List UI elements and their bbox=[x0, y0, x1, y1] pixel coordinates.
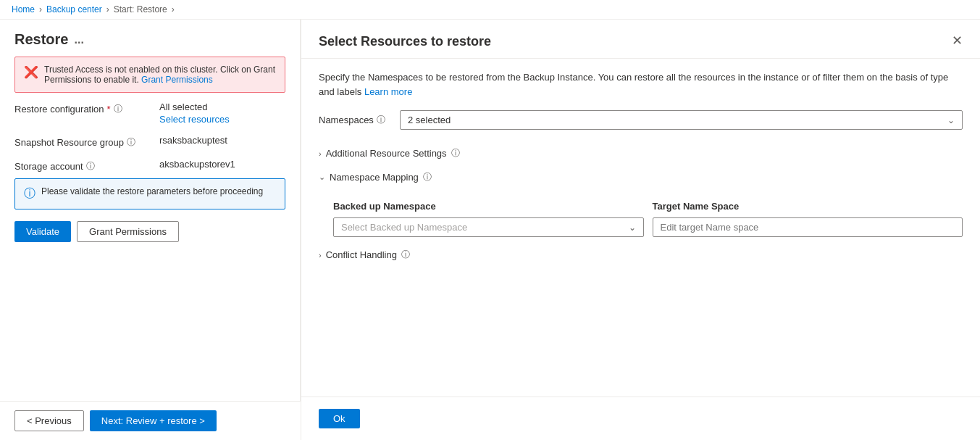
info-banner-text: Please validate the restore parameters b… bbox=[41, 186, 263, 196]
namespaces-chevron-icon: ⌄ bbox=[947, 115, 955, 125]
breadcrumb-sep-1: › bbox=[39, 4, 42, 14]
additional-resource-section[interactable]: › Additional Resource Settings ⓘ bbox=[319, 141, 963, 165]
restore-config-info-icon[interactable]: ⓘ bbox=[114, 103, 122, 115]
select-resources-link[interactable]: Select resources bbox=[159, 114, 285, 125]
grant-permissions-link[interactable]: Grant Permissions bbox=[141, 75, 213, 85]
info-banner: ⓘ Please validate the restore parameters… bbox=[14, 178, 285, 209]
target-namespace-input[interactable] bbox=[653, 217, 963, 237]
namespaces-dropdown[interactable]: 2 selected ⌄ bbox=[400, 110, 963, 130]
backed-up-namespace-chevron-icon: ⌄ bbox=[629, 223, 636, 233]
breadcrumb: Home › Backup center › Start: Restore › bbox=[0, 0, 980, 20]
learn-more-link[interactable]: Learn more bbox=[364, 86, 412, 97]
backed-up-namespace-header: Backed up Namespace bbox=[333, 201, 644, 212]
storage-account-label: Storage account ⓘ bbox=[14, 159, 159, 173]
namespace-mapping-chevron-icon: ⌄ bbox=[319, 173, 325, 182]
namespaces-value: 2 selected bbox=[408, 115, 451, 125]
breadcrumb-sep-2: › bbox=[106, 4, 109, 14]
previous-button[interactable]: < Previous bbox=[14, 410, 84, 431]
bottom-nav: < Previous Next: Review + restore > bbox=[0, 401, 301, 440]
namespaces-info-icon[interactable]: ⓘ bbox=[377, 114, 385, 126]
additional-resource-info-icon[interactable]: ⓘ bbox=[451, 147, 460, 159]
backed-up-namespace-placeholder: Select Backed up Namespace bbox=[341, 222, 467, 233]
ok-button[interactable]: Ok bbox=[319, 409, 360, 428]
next-button[interactable]: Next: Review + restore > bbox=[90, 410, 217, 431]
dialog-header: Select Resources to restore ✕ bbox=[301, 20, 980, 59]
dialog-title: Select Resources to restore bbox=[319, 34, 491, 49]
restore-config-row: Restore configuration * ⓘ All selected S… bbox=[14, 101, 285, 125]
dialog-panel: Select Resources to restore ✕ Specify th… bbox=[301, 20, 980, 440]
conflict-handling-section[interactable]: › Conflict Handling ⓘ bbox=[319, 243, 963, 267]
dialog-body: Specify the Namespaces to be restored fr… bbox=[301, 59, 980, 397]
mapping-grid: Backed up Namespace Select Backed up Nam… bbox=[333, 201, 963, 237]
conflict-handling-label: Conflict Handling bbox=[326, 249, 397, 260]
breadcrumb-home[interactable]: Home bbox=[12, 4, 35, 14]
namespace-mapping-content: Backed up Namespace Select Backed up Nam… bbox=[319, 189, 963, 243]
breadcrumb-sep-3: › bbox=[172, 4, 175, 14]
page-title: Restore ... bbox=[14, 31, 285, 48]
storage-account-info-icon[interactable]: ⓘ bbox=[86, 160, 95, 173]
additional-resource-label: Additional Resource Settings bbox=[326, 148, 447, 159]
form-section: Restore configuration * ⓘ All selected S… bbox=[14, 101, 285, 173]
restore-config-value: All selected Select resources bbox=[159, 101, 285, 125]
validate-button[interactable]: Validate bbox=[14, 221, 71, 242]
snapshot-rg-value: rsaksbackuptest bbox=[159, 135, 285, 146]
snapshot-rg-label: Snapshot Resource group ⓘ bbox=[14, 135, 159, 149]
backed-up-namespace-col: Backed up Namespace Select Backed up Nam… bbox=[333, 201, 644, 237]
error-text: Trusted Access is not enabled on this cl… bbox=[44, 65, 276, 85]
breadcrumb-current: Start: Restore bbox=[114, 4, 167, 14]
backed-up-namespace-dropdown[interactable]: Select Backed up Namespace ⌄ bbox=[333, 217, 644, 237]
required-star: * bbox=[107, 104, 111, 115]
namespace-mapping-label: Namespace Mapping bbox=[330, 172, 419, 183]
grant-permissions-button[interactable]: Grant Permissions bbox=[77, 221, 179, 242]
additional-resource-chevron-icon: › bbox=[319, 149, 322, 158]
namespace-mapping-section[interactable]: ⌄ Namespace Mapping ⓘ bbox=[319, 165, 963, 189]
left-panel: Restore ... ❌ Trusted Access is not enab… bbox=[0, 20, 300, 401]
info-banner-icon: ⓘ bbox=[24, 186, 35, 202]
storage-account-row: Storage account ⓘ aksbackupstorev1 bbox=[14, 159, 285, 173]
restore-config-label: Restore configuration * ⓘ bbox=[14, 101, 159, 115]
dialog-footer: Ok bbox=[301, 397, 980, 440]
dialog-description: Specify the Namespaces to be restored fr… bbox=[319, 70, 963, 99]
conflict-handling-chevron-icon: › bbox=[319, 251, 322, 260]
snapshot-rg-info-icon[interactable]: ⓘ bbox=[127, 136, 135, 149]
action-buttons: Validate Grant Permissions bbox=[14, 221, 285, 242]
target-namespace-col: Target Name Space bbox=[653, 201, 963, 237]
namespaces-label: Namespaces ⓘ bbox=[319, 114, 391, 126]
ellipsis-icon[interactable]: ... bbox=[74, 33, 83, 46]
breadcrumb-backup-center[interactable]: Backup center bbox=[46, 4, 102, 14]
error-icon: ❌ bbox=[24, 65, 38, 79]
target-namespace-input-container bbox=[653, 217, 963, 237]
namespaces-row: Namespaces ⓘ 2 selected ⌄ bbox=[319, 110, 963, 130]
target-namespace-header: Target Name Space bbox=[653, 201, 963, 212]
namespace-mapping-info-icon[interactable]: ⓘ bbox=[423, 171, 432, 183]
snapshot-rg-row: Snapshot Resource group ⓘ rsaksbackuptes… bbox=[14, 135, 285, 149]
storage-account-value: aksbackupstorev1 bbox=[159, 159, 285, 170]
backed-up-namespace-input-container: Select Backed up Namespace ⌄ bbox=[333, 217, 644, 237]
conflict-handling-info-icon[interactable]: ⓘ bbox=[401, 249, 410, 261]
close-button[interactable]: ✕ bbox=[952, 34, 963, 47]
error-banner: ❌ Trusted Access is not enabled on this … bbox=[14, 57, 285, 93]
